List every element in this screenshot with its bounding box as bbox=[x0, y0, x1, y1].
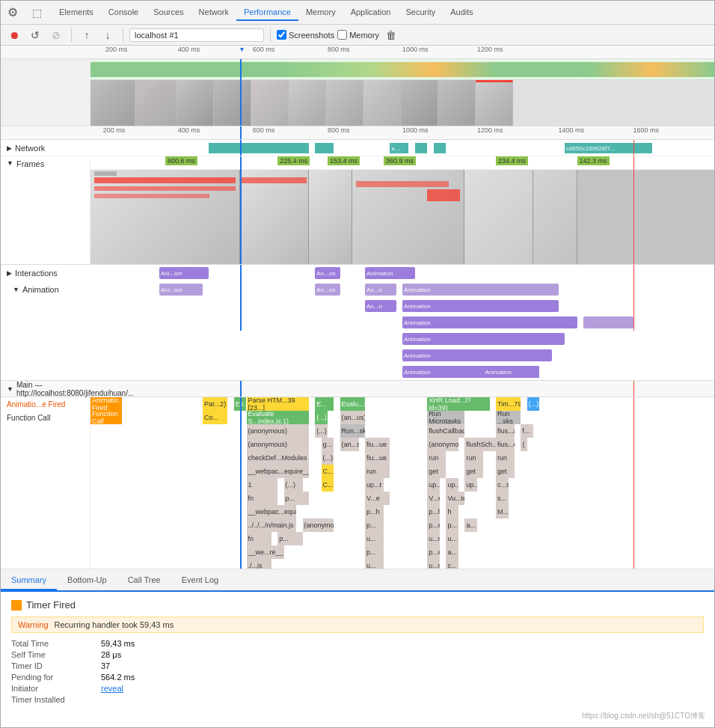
flame-h[interactable]: h bbox=[446, 505, 458, 519]
flame-un1[interactable]: u...n bbox=[427, 532, 440, 545]
flame-checkdef[interactable]: checkDef...Modules bbox=[247, 451, 309, 465]
trash-button[interactable]: 🗑 bbox=[382, 26, 400, 44]
flame-e[interactable]: E... bbox=[315, 397, 334, 411]
flame-get3[interactable]: get bbox=[496, 465, 515, 478]
flame-runsks2[interactable]: Run...sks bbox=[340, 424, 365, 438]
flame-c1[interactable]: C... bbox=[322, 465, 334, 478]
flame-anon2[interactable]: (anonymous) bbox=[247, 438, 309, 451]
flame-evalus1[interactable]: Evalu...s:1) bbox=[340, 397, 365, 411]
tab-bottomup[interactable]: Bottom-Up bbox=[57, 571, 117, 589]
flame-anon3[interactable]: (anonymous) bbox=[427, 438, 458, 451]
flame-blue1[interactable]: (...) bbox=[527, 397, 540, 411]
flame-c2[interactable]: C... bbox=[322, 478, 334, 492]
tab-performance[interactable]: Performance bbox=[236, 4, 298, 21]
download-button[interactable]: ↓ bbox=[99, 26, 117, 44]
flame-co[interactable]: Co... bbox=[203, 411, 227, 424]
flame-xhrload[interactable]: XHR Load...l?id=39) bbox=[427, 397, 489, 411]
flame-ph2[interactable]: p...h bbox=[427, 505, 440, 519]
tab-security[interactable]: Security bbox=[398, 4, 443, 21]
flame-fiuue2[interactable]: fiu...ue bbox=[365, 451, 390, 465]
network-arrow[interactable]: ▶ bbox=[7, 144, 12, 152]
flame-m[interactable]: M... bbox=[496, 505, 509, 519]
tab-memory[interactable]: Memory bbox=[298, 4, 343, 21]
flame-un2[interactable]: u...n bbox=[427, 559, 440, 569]
tab-elements[interactable]: Elements bbox=[52, 4, 101, 21]
flame-upt1[interactable]: up...t bbox=[365, 478, 384, 492]
flame-p2[interactable]: p... bbox=[365, 519, 384, 532]
frames-arrow[interactable]: ▼ bbox=[7, 159, 13, 167]
flame-fiuseue[interactable]: fius...eue bbox=[496, 438, 515, 451]
flame-p5[interactable]: p... bbox=[365, 545, 384, 559]
flame-dots3[interactable]: (...) bbox=[322, 451, 334, 465]
flame-mainjs[interactable]: ../../.../n/main.js bbox=[247, 519, 297, 532]
flame-u3[interactable]: u... bbox=[365, 559, 384, 569]
flame-evaluates[interactable]: Evaluate S...index.js:1) bbox=[247, 411, 309, 424]
flame-p3[interactable]: p... bbox=[446, 519, 458, 532]
flame-u2[interactable]: u... bbox=[446, 532, 458, 545]
flame-were[interactable]: __we...re__ bbox=[247, 545, 284, 559]
tab-audits[interactable]: Audits bbox=[443, 4, 481, 21]
flame-pe2[interactable]: p...e bbox=[427, 545, 440, 559]
flame-ve1[interactable]: V...e bbox=[365, 492, 390, 505]
flame-c3[interactable]: c... bbox=[446, 559, 458, 569]
flame-ans[interactable]: (an...s) bbox=[340, 438, 359, 451]
flame-dotjs[interactable]: ./...js bbox=[247, 559, 271, 569]
flame-s[interactable]: s... bbox=[496, 492, 509, 505]
flame-open[interactable]: ( bbox=[521, 438, 527, 451]
stop-button[interactable]: ⊘ bbox=[47, 26, 65, 44]
flame-cs[interactable]: c...s bbox=[496, 478, 509, 492]
overview-area[interactable] bbox=[1, 59, 714, 126]
flame-runsks[interactable]: Run ...sks bbox=[496, 411, 521, 424]
flame-tim79[interactable]: Tim...79) bbox=[496, 397, 521, 411]
tab-application[interactable]: Application bbox=[343, 4, 399, 21]
record-button[interactable]: ⏺ bbox=[5, 26, 23, 44]
flame-run3[interactable]: run bbox=[496, 451, 515, 465]
flame-ve2[interactable]: V...e bbox=[427, 492, 440, 505]
flame-anon4[interactable]: (anonymous) bbox=[303, 519, 334, 532]
flame-g[interactable]: g... bbox=[322, 438, 334, 451]
tab-network[interactable]: Network bbox=[191, 4, 236, 21]
flame-get2[interactable]: get bbox=[464, 465, 483, 478]
flame-anus[interactable]: (an...us) bbox=[340, 411, 365, 424]
flame-fiusacks[interactable]: fius...acks bbox=[496, 424, 515, 438]
tab-eventlog[interactable]: Event Log bbox=[171, 571, 230, 589]
flame-p4[interactable]: p... bbox=[277, 532, 302, 545]
flame-upt3[interactable]: up...t bbox=[464, 478, 477, 492]
interactions-arrow[interactable]: ▶ bbox=[7, 269, 12, 277]
screenshots-checkbox[interactable] bbox=[277, 30, 286, 40]
flame-p1[interactable]: p... bbox=[284, 492, 309, 505]
flame-run2[interactable]: run bbox=[464, 451, 483, 465]
flame-fiuue[interactable]: fiu...ue bbox=[365, 438, 390, 451]
flame-fn1[interactable]: fn bbox=[247, 492, 278, 505]
refresh-button[interactable]: ↺ bbox=[26, 26, 44, 44]
flame-content[interactable]: Animatio...e Fired Par...2) Ev...) Parse… bbox=[90, 397, 714, 569]
flame-dots4[interactable]: (...) bbox=[284, 478, 303, 492]
inspect-icon[interactable]: ⬚ bbox=[28, 4, 46, 22]
flame-vute[interactable]: Vu...te bbox=[446, 492, 464, 505]
flame-a1[interactable]: a... bbox=[464, 519, 477, 532]
flame-pe1[interactable]: p...e bbox=[427, 519, 440, 532]
flame-get1[interactable]: get bbox=[427, 465, 446, 478]
detail-val-initiator[interactable]: reveal bbox=[101, 684, 123, 693]
flame-run1[interactable]: run bbox=[427, 451, 446, 465]
flame-ph1[interactable]: p...h bbox=[365, 505, 384, 519]
flame-f1[interactable]: f... bbox=[521, 424, 533, 438]
flame-anon1[interactable]: (anonymous) bbox=[247, 424, 309, 438]
animation-arrow[interactable]: ▼ bbox=[13, 286, 19, 293]
main-arrow[interactable]: ▼ bbox=[7, 385, 13, 393]
tab-calltree[interactable]: Call Tree bbox=[117, 571, 171, 589]
tab-summary[interactable]: Summary bbox=[1, 571, 57, 590]
flame-webpac2[interactable]: __webpac...equire__ bbox=[247, 505, 297, 519]
upload-button[interactable]: ↑ bbox=[78, 26, 96, 44]
flame-upnt[interactable]: up...nt bbox=[446, 478, 458, 492]
tab-sources[interactable]: Sources bbox=[146, 4, 191, 21]
memory-checkbox-label[interactable]: Memory bbox=[337, 30, 379, 40]
flame-par[interactable]: Par...2) bbox=[203, 397, 227, 411]
flame-fn2[interactable]: fn bbox=[247, 532, 271, 545]
flame-a2[interactable]: a... bbox=[446, 545, 458, 559]
memory-checkbox[interactable] bbox=[337, 30, 347, 40]
flame-runmicro[interactable]: Run Microtasks bbox=[427, 411, 464, 424]
tab-console[interactable]: Console bbox=[101, 4, 146, 21]
flame-animfire[interactable]: Animatio...e Fired bbox=[90, 397, 122, 411]
flame-1[interactable]: 1 bbox=[247, 478, 278, 492]
